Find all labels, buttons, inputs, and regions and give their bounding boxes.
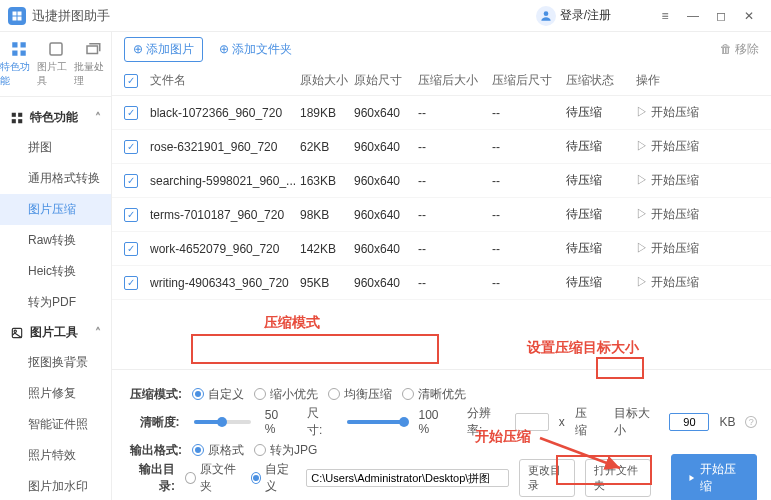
login-link[interactable]: 登录/注册 — [536, 6, 611, 26]
add-folder-button[interactable]: ⊕添加文件夹 — [219, 41, 292, 58]
svg-rect-7 — [12, 112, 16, 116]
format-jpg[interactable]: 转为JPG — [254, 442, 317, 459]
sidebar-item-raw[interactable]: Raw转换 — [0, 225, 111, 256]
row-start-button[interactable]: 开始压缩 — [636, 275, 699, 289]
cell-name: work-4652079_960_720 — [150, 242, 300, 256]
help-icon[interactable]: ? — [745, 416, 757, 428]
cell-name: terms-7010187_960_720 — [150, 208, 300, 222]
row-checkbox[interactable] — [124, 140, 138, 154]
mode-balance[interactable]: 均衡压缩 — [328, 386, 392, 403]
row-checkbox[interactable] — [124, 208, 138, 222]
sidebar-group-special[interactable]: 特色功能˄ — [0, 103, 111, 132]
dir-original[interactable]: 原文件夹 — [185, 461, 241, 495]
app-title: 迅捷拼图助手 — [32, 7, 110, 25]
target-size-input[interactable] — [669, 413, 709, 431]
row-start-button[interactable]: 开始压缩 — [636, 105, 699, 119]
mode-small[interactable]: 缩小优先 — [254, 386, 318, 403]
maximize-icon[interactable]: ◻ — [707, 6, 735, 26]
format-label: 输出格式: — [126, 442, 182, 459]
mode-label: 压缩模式: — [126, 386, 182, 403]
svg-rect-8 — [18, 112, 22, 116]
mode-custom[interactable]: 自定义 — [192, 386, 244, 403]
svg-rect-5 — [50, 43, 62, 55]
cell-name: black-1072366_960_720 — [150, 106, 300, 120]
svg-rect-4 — [20, 51, 25, 56]
svg-rect-9 — [12, 119, 16, 123]
table-row: rose-6321901_960_72062KB960x640----待压缩开始… — [112, 130, 771, 164]
app-logo-icon — [8, 7, 26, 25]
delete-button[interactable]: 🗑移除 — [720, 41, 759, 58]
avatar-icon — [536, 6, 556, 26]
sidetab-special[interactable]: 特色功能 — [0, 36, 37, 92]
sidebar-item-pdf[interactable]: 转为PDF — [0, 287, 111, 318]
table-header: 文件名 原始大小 原始尺寸 压缩后大小 压缩后尺寸 压缩状态 操作 — [112, 66, 771, 96]
svg-rect-3 — [12, 51, 17, 56]
menu-icon[interactable]: ≡ — [651, 6, 679, 26]
table-row: work-4652079_960_720142KB960x640----待压缩开… — [112, 232, 771, 266]
change-dir-button[interactable]: 更改目录 — [519, 459, 575, 497]
table-row: searching-5998021_960_...163KB960x640---… — [112, 164, 771, 198]
chevron-up-icon: ˄ — [95, 111, 101, 125]
row-checkbox[interactable] — [124, 174, 138, 188]
svg-rect-6 — [87, 46, 98, 54]
svg-point-12 — [14, 330, 16, 332]
svg-rect-2 — [20, 42, 25, 47]
cell-name: writing-4906343_960_720 — [150, 276, 300, 290]
close-icon[interactable]: ✕ — [735, 6, 763, 26]
row-checkbox[interactable] — [124, 242, 138, 256]
table-row: writing-4906343_960_72095KB960x640----待压… — [112, 266, 771, 300]
select-all-checkbox[interactable] — [124, 74, 138, 88]
sidebar-item-heic[interactable]: Heic转换 — [0, 256, 111, 287]
sidetab-batch[interactable]: 批量处理 — [74, 36, 111, 92]
table-row: black-1072366_960_720189KB960x640----待压缩… — [112, 96, 771, 130]
table-row: terms-7010187_960_72098KB960x640----待压缩开… — [112, 198, 771, 232]
sidebar-item-compress[interactable]: 图片压缩 — [0, 194, 111, 225]
dir-path-input[interactable] — [306, 469, 508, 487]
trash-icon: 🗑 — [720, 42, 732, 56]
row-start-button[interactable]: 开始压缩 — [636, 139, 699, 153]
open-dir-button[interactable]: 打开文件夹 — [585, 459, 651, 497]
cell-name: searching-5998021_960_... — [150, 174, 300, 188]
minimize-icon[interactable]: — — [679, 6, 707, 26]
chevron-up-icon: ˄ — [95, 326, 101, 340]
row-start-button[interactable]: 开始压缩 — [636, 173, 699, 187]
svg-rect-1 — [12, 42, 17, 47]
row-start-button[interactable]: 开始压缩 — [636, 207, 699, 221]
row-checkbox[interactable] — [124, 276, 138, 290]
format-original[interactable]: 原格式 — [192, 442, 244, 459]
size-slider[interactable] — [347, 420, 404, 424]
clarity-slider[interactable] — [194, 420, 251, 424]
cell-name: rose-6321901_960_720 — [150, 140, 300, 154]
sidebar-item-collage[interactable]: 拼图 — [0, 132, 111, 163]
sidebar-item-watermark[interactable]: 图片加水印 — [0, 471, 111, 500]
mode-clear[interactable]: 清晰优先 — [402, 386, 466, 403]
sidebar-item-bg[interactable]: 抠图换背景 — [0, 347, 111, 378]
sidebar-group-tools[interactable]: 图片工具˄ — [0, 318, 111, 347]
res-w-input[interactable] — [515, 413, 549, 431]
sidebar-item-fx[interactable]: 照片特效 — [0, 440, 111, 471]
sidebar-item-convert[interactable]: 通用格式转换 — [0, 163, 111, 194]
svg-point-0 — [543, 11, 548, 16]
add-image-button[interactable]: ⊕添加图片 — [124, 37, 203, 62]
start-compress-button[interactable]: 开始压缩 — [671, 454, 757, 500]
clarity-label: 清晰度: — [126, 414, 180, 431]
svg-rect-10 — [18, 119, 22, 123]
row-start-button[interactable]: 开始压缩 — [636, 241, 699, 255]
dir-label: 输出目录: — [126, 461, 175, 495]
row-checkbox[interactable] — [124, 106, 138, 120]
sidetab-tools[interactable]: 图片工具 — [37, 36, 74, 92]
sidebar-item-idphoto[interactable]: 智能证件照 — [0, 409, 111, 440]
sidebar-item-repair[interactable]: 照片修复 — [0, 378, 111, 409]
dir-custom[interactable]: 自定义 — [251, 461, 296, 495]
